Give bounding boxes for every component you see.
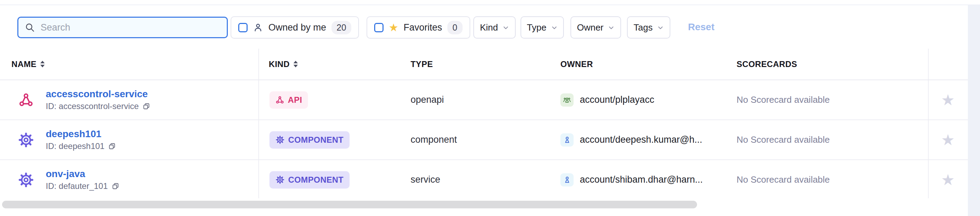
chevron-down-icon (608, 24, 614, 31)
group-icon (560, 93, 574, 107)
reset-filters-link[interactable]: Reset (688, 22, 714, 33)
star-icon: ★ (389, 22, 398, 33)
scorecard-status: No Scorecard available (737, 134, 830, 145)
entity-name-link[interactable]: deepesh101 (46, 128, 116, 139)
column-header-kind[interactable]: KIND (269, 49, 298, 80)
column-header-label: NAME (11, 59, 37, 69)
chevron-down-icon (551, 24, 558, 31)
type-cell: component (410, 120, 457, 159)
type-value: component (410, 134, 457, 145)
owner-cell: account/shibam.dhar@harn... (560, 160, 703, 199)
table-header-row: NAME KIND TYPE (0, 49, 980, 80)
owner-value: account/deepesh.kumar@h... (580, 134, 702, 145)
column-header-label: SCORECARDS (737, 59, 797, 69)
sort-icon (40, 61, 45, 68)
name-cell: onv-java ID: defauter_101 (18, 160, 119, 199)
tags-dropdown[interactable]: Tags (627, 16, 670, 38)
type-dropdown[interactable]: Type (520, 16, 564, 38)
entity-name-link[interactable]: accesscontrol-service (46, 88, 151, 100)
table-row: accesscontrol-service ID: accesscontrol-… (0, 80, 980, 120)
gear-icon (275, 135, 285, 144)
entity-id-label: ID: defauter_101 (46, 181, 108, 191)
favorites-label: Favorites (404, 22, 442, 33)
api-icon (275, 96, 284, 104)
favorite-cell: ★ (928, 160, 968, 199)
owned-by-me-count: 20 (331, 21, 352, 34)
kind-badge-component: COMPONENT (269, 171, 350, 189)
search-box (18, 17, 228, 38)
owner-cell: account/deepesh.kumar@h... (560, 120, 702, 159)
owned-by-me-filter[interactable]: Owned by me 20 (231, 16, 359, 38)
scorecards-cell: No Scorecard available (737, 120, 830, 159)
type-cell: service (410, 160, 441, 199)
entity-name-link[interactable]: onv-java (46, 168, 119, 179)
kind-badge-label: API (288, 95, 302, 105)
table-row: deepesh101 ID: deepesh101 (0, 120, 980, 160)
kind-cell: COMPONENT (269, 120, 350, 159)
catalog-page: Owned by me 20 ★ Favorites 0 Kind Type (0, 0, 980, 216)
kind-cell: COMPONENT (269, 160, 350, 199)
page-background-gutter (968, 5, 980, 216)
scorecards-cell: No Scorecard available (737, 160, 830, 199)
owner-cell: account/plplayacc (560, 80, 654, 120)
column-header-name[interactable]: NAME (11, 49, 45, 80)
table-row: onv-java ID: defauter_101 (0, 160, 980, 200)
search-icon (25, 22, 35, 33)
owned-by-me-label: Owned by me (269, 22, 326, 33)
filter-bar: Owned by me 20 ★ Favorites 0 Kind Type (0, 0, 980, 49)
kind-cell: API (269, 80, 308, 120)
column-header-label: OWNER (560, 59, 593, 69)
scorecard-status: No Scorecard available (737, 94, 830, 105)
user-icon (560, 133, 574, 147)
kind-dropdown[interactable]: Kind (473, 16, 515, 38)
owner-dropdown[interactable]: Owner (570, 16, 621, 38)
entity-id-label: ID: deepesh101 (46, 141, 104, 151)
type-dropdown-label: Type (527, 22, 546, 33)
kind-dropdown-label: Kind (480, 22, 498, 33)
favorites-checkbox[interactable] (374, 23, 383, 32)
gear-icon (18, 131, 35, 148)
horizontal-scrollbar[interactable] (0, 198, 968, 216)
column-header-scorecards: SCORECARDS (737, 49, 797, 80)
scorecard-status: No Scorecard available (737, 174, 830, 185)
chevron-down-icon (503, 24, 509, 31)
favorite-star-icon[interactable]: ★ (941, 92, 955, 108)
user-icon (560, 173, 574, 187)
gear-icon (275, 175, 285, 184)
person-icon (253, 22, 263, 33)
column-header-label: TYPE (410, 59, 433, 69)
copy-icon[interactable] (108, 142, 116, 150)
favorite-cell: ★ (928, 80, 968, 120)
owner-value: account/plplayacc (580, 94, 654, 105)
scrollbar-thumb[interactable] (2, 201, 697, 208)
tags-dropdown-label: Tags (633, 22, 653, 33)
column-header-type: TYPE (410, 49, 433, 80)
entity-id-label: ID: accesscontrol-service (46, 101, 139, 111)
favorites-count: 0 (447, 21, 463, 34)
column-header-owner: OWNER (560, 49, 593, 80)
owner-value: account/shibam.dhar@harn... (580, 174, 703, 185)
search-input[interactable] (40, 22, 221, 34)
sort-icon (293, 61, 298, 68)
favorites-filter[interactable]: ★ Favorites 0 (366, 16, 470, 38)
copy-icon[interactable] (142, 102, 151, 110)
type-value: service (410, 174, 441, 185)
copy-icon[interactable] (111, 182, 119, 190)
name-cell: deepesh101 ID: deepesh101 (18, 120, 116, 159)
scorecards-cell: No Scorecard available (737, 80, 830, 120)
type-value: openapi (410, 94, 444, 105)
favorite-star-icon[interactable]: ★ (941, 172, 955, 187)
kind-badge-api: API (269, 91, 308, 109)
column-header-label: KIND (269, 59, 290, 69)
gear-icon (18, 171, 35, 188)
name-cell: accesscontrol-service ID: accesscontrol-… (18, 80, 151, 120)
type-cell: openapi (410, 80, 444, 120)
owned-by-me-checkbox[interactable] (238, 23, 248, 32)
favorite-star-icon[interactable]: ★ (941, 132, 955, 147)
api-icon (18, 92, 35, 108)
catalog-table: NAME KIND TYPE (0, 49, 980, 200)
chevron-down-icon (657, 24, 664, 31)
favorite-cell: ★ (928, 120, 968, 159)
kind-badge-label: COMPONENT (288, 175, 344, 185)
kind-badge-component: COMPONENT (269, 131, 350, 149)
